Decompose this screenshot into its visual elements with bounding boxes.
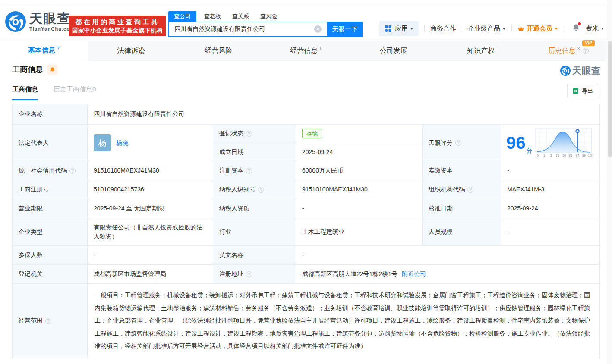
nearby-companies-link[interactable]: 附近公司: [402, 270, 426, 279]
banner-line2: 国家中小企业发展子基金旗下机构: [69, 26, 166, 35]
registered-address-value: 成都高新区高朋大道22号1栋2楼1号 附近公司: [296, 265, 599, 283]
search-bar: ✕ 天眼一下: [168, 22, 363, 37]
registration-authority-label: 登记机关: [13, 265, 88, 283]
scrollbar[interactable]: [607, 0, 612, 364]
logo-domain: TianYanCha.com: [29, 26, 75, 31]
table-row: 企业类型 有限责任公司（非自然人投资或控股的法人独资） 行业 土木工程建筑业 人…: [13, 218, 599, 246]
notification-bell-icon[interactable]: [572, 23, 580, 34]
search-tab-risk[interactable]: 查风险: [259, 11, 278, 22]
scrollbar-thumb[interactable]: [608, 41, 612, 157]
tab-company-development[interactable]: 公司发展: [350, 41, 437, 61]
industry-label: 行业: [213, 218, 296, 245]
crown-icon: [517, 25, 524, 31]
enterprise-product-menu[interactable]: 企业级产品: [468, 25, 506, 33]
notification-dot: [578, 22, 581, 25]
score-distribution-chart: 0 1 3 15 50 85 97 99 100: [535, 128, 592, 158]
tab-operation-risk[interactable]: 经营风险: [175, 41, 262, 61]
tab-intellectual-property[interactable]: 知识产权: [437, 41, 525, 61]
logo-eye-icon: [560, 66, 571, 76]
english-name-value: -: [296, 246, 599, 264]
business-scope-value: 一般项目：工程管理服务；机械设备租赁；装卸搬运；对外承包工程；建筑工程机械与设备…: [88, 284, 599, 358]
registered-address-label: 注册地址?: [213, 265, 296, 283]
help-icon[interactable]: ?: [455, 140, 461, 146]
help-icon[interactable]: ?: [258, 187, 264, 193]
legal-representative-link[interactable]: 杨晓: [116, 138, 128, 147]
registration-authority-value: 成都高新区市场监督管理局: [88, 265, 213, 283]
divider: [564, 25, 564, 32]
search-area: 查公司 查老板 查关系 查风险 ✕ 天眼一下: [168, 11, 363, 37]
company-tabbar: 基本信息 7 法律诉讼 经营风险 经营信息 1 公司发展 知识产权 历史信息 3: [0, 41, 612, 61]
tab-history-info[interactable]: 历史信息 3 ? VIP: [524, 41, 612, 61]
svg-text:3: 3: [550, 154, 552, 157]
chevron-down-icon: [410, 28, 413, 30]
table-row: 参保人数 - 英文名称 -: [13, 246, 599, 265]
search-tab-boss[interactable]: 查老板: [203, 11, 222, 22]
tianyan-score-label: 天眼评分?: [423, 125, 501, 161]
tab-legal-proceedings[interactable]: 法律诉讼: [88, 41, 175, 61]
registration-number-value: 510109004215736: [88, 180, 213, 199]
paid-capital-value: -: [501, 161, 599, 180]
clear-search-icon[interactable]: ✕: [314, 25, 322, 33]
tianyancha-watermark: 天眼查: [560, 65, 601, 77]
open-membership-button[interactable]: 开通会员: [517, 25, 558, 33]
export-button[interactable]: 导出: [567, 84, 598, 98]
subtabs: 工商信息 历史工商信息0: [12, 85, 111, 100]
table-subrow: 登记状态? 存续: [213, 125, 422, 143]
help-icon[interactable]: ?: [583, 48, 589, 54]
address-text: 成都高新区高朋大道22号1栋2楼1号: [302, 270, 397, 279]
business-scope-label: 经营范围?: [13, 284, 88, 358]
user-menu[interactable]: 费米: [586, 25, 604, 33]
table-row: 法定代表人 杨 杨晓 登记状态? 存续 成立日期 2025-09-24: [13, 125, 599, 161]
search-tab-company[interactable]: 查公司: [168, 11, 196, 22]
staff-size-label: 人员规模: [423, 218, 501, 245]
help-icon[interactable]: ?: [467, 187, 473, 193]
svg-text:0: 0: [537, 154, 539, 157]
help-icon[interactable]: ?: [69, 168, 76, 174]
industry-value: 土木工程建筑业: [296, 218, 423, 245]
legal-representative-label: 法定代表人: [13, 125, 88, 161]
business-term-label: 营业期限: [13, 199, 88, 218]
table-row: 工商注册号 510109004215736 纳税人识别号? 91510100MA…: [13, 180, 599, 199]
registration-number-label: 工商注册号: [13, 180, 88, 199]
tianyan-score-value: 96 分: [501, 125, 599, 161]
help-icon[interactable]: ?: [246, 271, 252, 277]
section-title: 工商信息: [12, 64, 43, 75]
uscc-label: 统一社会信用代码?: [13, 161, 88, 180]
svg-text:100: 100: [588, 154, 592, 157]
avatar[interactable]: 杨: [94, 134, 111, 151]
section-header: 工商信息: [12, 64, 57, 75]
table-row: 企业名称 四川省自然资源建设有限责任公司: [13, 104, 599, 125]
help-icon[interactable]: ?: [246, 168, 252, 174]
logo-brand: 天眼查: [29, 12, 75, 25]
company-type-value: 有限责任公司（非自然人投资或控股的法人独资）: [88, 218, 213, 245]
help-icon[interactable]: ?: [246, 131, 252, 137]
apps-menu[interactable]: 应用: [379, 21, 419, 36]
established-date-label: 成立日期: [213, 143, 296, 161]
svg-text:50: 50: [562, 154, 566, 157]
svg-text:99: 99: [582, 154, 586, 157]
tab-basic-info[interactable]: 基本信息 7: [0, 41, 88, 61]
subtab-history-registration-info[interactable]: 历史工商信息0: [54, 85, 96, 100]
subtab-registration-info[interactable]: 工商信息: [12, 85, 38, 100]
username: 费米: [586, 25, 599, 33]
tab-business-info[interactable]: 经营信息 1: [262, 41, 350, 61]
help-icon[interactable]: ?: [45, 318, 51, 324]
search-button[interactable]: 天眼一下: [327, 22, 363, 37]
tab-label: 经营风险: [205, 47, 232, 56]
apps-label: 应用: [395, 25, 408, 33]
tab-count: 7: [57, 46, 60, 52]
business-cooperation-link[interactable]: 商务合作: [430, 25, 456, 33]
svg-text:97: 97: [576, 154, 579, 157]
org-code-value: MAEXJ41M-3: [501, 180, 599, 199]
search-tab-relation[interactable]: 查关系: [231, 11, 250, 22]
subscribe-bell-icon[interactable]: [47, 65, 57, 75]
business-term-value: 2025-09-24 至 无固定期限: [88, 199, 213, 218]
search-input[interactable]: [168, 22, 327, 37]
tianyancha-logo[interactable]: 天眼查 TianYanCha.com: [5, 11, 75, 32]
table-row: 统一社会信用代码? 91510100MAEXJ41M30 注册资本? 60000…: [13, 161, 599, 180]
tab-count: 1: [319, 46, 322, 52]
score-unit: 分: [527, 146, 533, 155]
vip-badge: VIP: [582, 40, 594, 46]
staff-size-value: -: [501, 218, 599, 245]
page: 天眼查 TianYanCha.com 都在用的商业查询工具 国家中小企业发展子基…: [0, 0, 612, 364]
